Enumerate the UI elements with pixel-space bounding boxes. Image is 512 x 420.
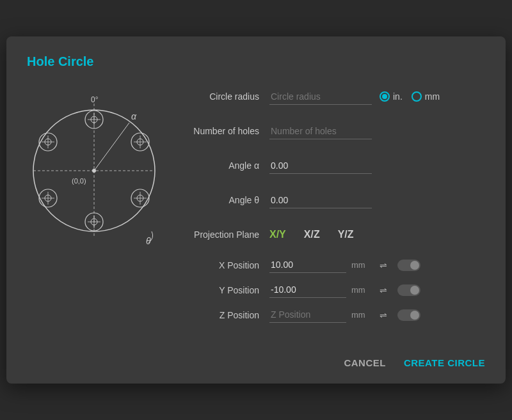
svg-point-8: [92, 169, 96, 173]
x-pos-unit: mm: [351, 260, 369, 270]
angle-theta-row: Angle θ: [177, 188, 485, 212]
svg-line-3: [94, 123, 129, 171]
y-pos-unit: mm: [351, 285, 369, 295]
svg-text:0°: 0°: [91, 95, 99, 104]
x-pos-input[interactable]: [269, 257, 346, 273]
x-transfer-icon[interactable]: ⇌: [376, 260, 391, 270]
z-pos-unit: mm: [351, 310, 369, 320]
svg-text:α: α: [131, 111, 137, 121]
z-pos-label: Z Position: [177, 310, 269, 320]
proj-yz-option[interactable]: Y/Z: [338, 229, 354, 240]
num-holes-label: Number of holes: [177, 126, 269, 136]
projection-row: Projection Plane X/Y X/Z Y/Z: [177, 222, 485, 247]
angle-theta-input[interactable]: [269, 192, 372, 208]
unit-in-label[interactable]: in.: [380, 91, 403, 102]
svg-text:(0,0): (0,0): [72, 177, 86, 185]
angle-a-row: Angle α: [177, 153, 485, 178]
x-pos-label: X Position: [177, 260, 269, 270]
circle-radius-label: Circle radius: [177, 91, 269, 102]
num-holes-row: Number of holes: [177, 119, 485, 143]
projection-label: Projection Plane: [177, 229, 269, 240]
content-area: 0° α θ (0,0): [27, 84, 485, 332]
z-position-row: Z Position mm ⇌: [177, 307, 485, 323]
z-transfer-icon[interactable]: ⇌: [376, 310, 391, 320]
unit-mm-label[interactable]: mm: [412, 91, 440, 102]
z-pos-input[interactable]: [269, 307, 346, 323]
angle-theta-label: Angle θ: [177, 195, 269, 205]
angle-a-label: Angle α: [177, 160, 269, 171]
unit-mm-radio[interactable]: [412, 91, 422, 102]
dialog-title: Hole Circle: [27, 54, 485, 69]
dialog-footer: CANCEL CREATE CIRCLE: [27, 350, 485, 368]
create-circle-button[interactable]: CREATE CIRCLE: [404, 357, 485, 368]
circle-radius-row: Circle radius in. mm: [177, 84, 485, 109]
projection-group: X/Y X/Z Y/Z: [269, 229, 354, 240]
angle-a-input[interactable]: [269, 158, 372, 174]
proj-xz-option[interactable]: X/Z: [304, 229, 320, 240]
form-area: Circle radius in. mm Number of holes: [177, 84, 485, 332]
hole-circle-dialog: Hole Circle 0° α θ (0,0): [6, 36, 506, 384]
y-position-row: Y Position mm ⇌: [177, 282, 485, 298]
y-transfer-icon[interactable]: ⇌: [376, 285, 391, 295]
unit-group: in. mm: [380, 91, 440, 102]
unit-in-radio[interactable]: [380, 91, 390, 102]
hole-circle-diagram: 0° α θ (0,0): [27, 84, 161, 251]
z-pos-toggle[interactable]: [397, 309, 420, 321]
y-pos-input[interactable]: [269, 282, 346, 298]
x-pos-toggle[interactable]: [397, 260, 420, 271]
cancel-button[interactable]: CANCEL: [344, 357, 386, 368]
y-pos-label: Y Position: [177, 285, 269, 295]
y-pos-toggle[interactable]: [397, 284, 420, 296]
circle-radius-input[interactable]: [269, 89, 372, 105]
x-position-row: X Position mm ⇌: [177, 257, 485, 273]
num-holes-input[interactable]: [269, 123, 372, 139]
proj-xy-option[interactable]: X/Y: [269, 229, 286, 240]
